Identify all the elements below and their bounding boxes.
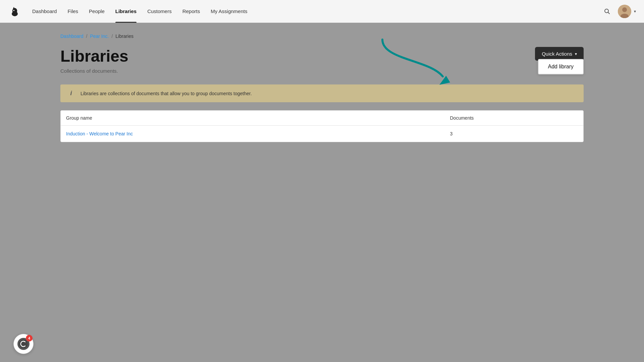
nav-libraries[interactable]: Libraries — [115, 7, 137, 15]
widget-badge: 4 — [26, 335, 33, 342]
svg-point-3 — [13, 10, 15, 11]
search-button[interactable] — [602, 6, 612, 17]
svg-point-7 — [622, 7, 627, 12]
nav-links: Dashboard Files People Libraries Custome… — [32, 7, 602, 15]
main-content: Dashboard / Pear Inc. / Libraries Librar… — [0, 23, 644, 153]
app-logo[interactable] — [8, 5, 21, 18]
breadcrumb-dashboard[interactable]: Dashboard — [60, 34, 84, 39]
nav-my-assignments[interactable]: My Assignments — [211, 7, 247, 15]
breadcrumb-sep-1: / — [86, 34, 88, 39]
breadcrumb: Dashboard / Pear Inc. / Libraries — [60, 34, 584, 39]
svg-line-5 — [608, 12, 610, 14]
quick-actions-button[interactable]: Quick Actions ▾ — [535, 47, 584, 61]
cell-documents-0: 3 — [450, 131, 578, 136]
nav-dashboard[interactable]: Dashboard — [32, 7, 57, 15]
column-documents: Documents — [450, 115, 578, 121]
user-avatar-button[interactable]: ▾ — [618, 5, 636, 18]
page-subtitle: Collections of documents. — [60, 68, 128, 74]
column-group-name: Group name — [66, 115, 450, 121]
info-banner: i Libraries are collections of documents… — [60, 84, 584, 102]
nav-reports[interactable]: Reports — [182, 7, 200, 15]
table-row: Induction - Welcome to Pear Inc 3 — [61, 126, 583, 142]
quick-actions-label: Quick Actions — [542, 51, 572, 57]
breadcrumb-pear-inc[interactable]: Pear Inc. — [90, 34, 109, 39]
add-library-item[interactable]: Add library — [538, 59, 584, 74]
svg-marker-9 — [439, 76, 450, 85]
info-icon: i — [67, 90, 75, 97]
page-header: Libraries Collections of documents. Quic… — [60, 47, 584, 74]
svg-point-1 — [12, 8, 17, 13]
navbar: Dashboard Files People Libraries Custome… — [0, 0, 644, 23]
bottom-widget[interactable]: 4 — [13, 334, 34, 354]
svg-marker-2 — [13, 7, 15, 9]
nav-people[interactable]: People — [89, 7, 105, 15]
avatar-chevron-icon: ▾ — [634, 9, 636, 14]
breadcrumb-current: Libraries — [115, 34, 133, 39]
navbar-right: ▾ — [602, 5, 636, 18]
libraries-table: Group name Documents Induction - Welcome… — [60, 110, 584, 142]
nav-customers[interactable]: Customers — [147, 7, 172, 15]
breadcrumb-sep-2: / — [111, 34, 113, 39]
header-actions: Quick Actions ▾ — [535, 47, 584, 61]
avatar — [618, 5, 631, 18]
cell-group-name-0[interactable]: Induction - Welcome to Pear Inc — [66, 131, 450, 136]
page-title: Libraries — [60, 47, 128, 65]
table-header: Group name Documents — [61, 111, 583, 126]
quick-actions-chevron-icon: ▾ — [575, 52, 577, 56]
info-banner-text: Libraries are collections of documents t… — [80, 91, 252, 96]
page-title-section: Libraries Collections of documents. — [60, 47, 128, 74]
nav-files[interactable]: Files — [67, 7, 78, 15]
